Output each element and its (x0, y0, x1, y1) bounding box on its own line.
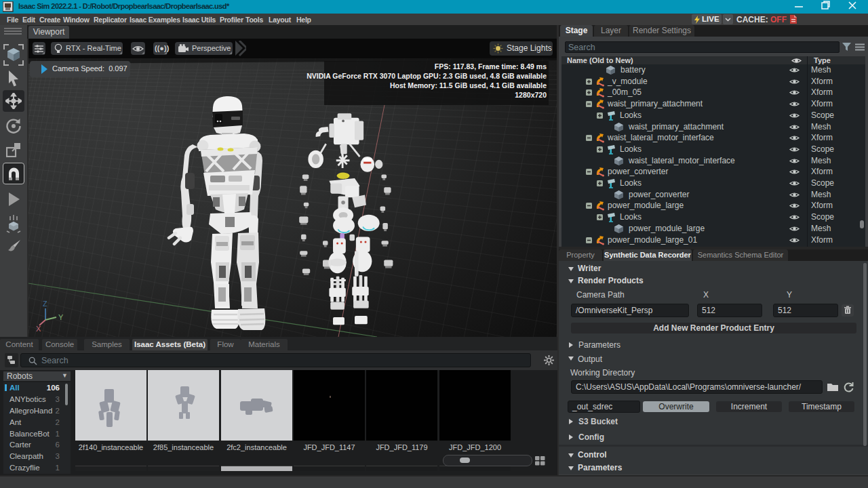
svg-text:Y: Y (58, 313, 64, 321)
svg-text:X: X (36, 325, 41, 333)
svg-text:Z: Z (43, 300, 47, 308)
